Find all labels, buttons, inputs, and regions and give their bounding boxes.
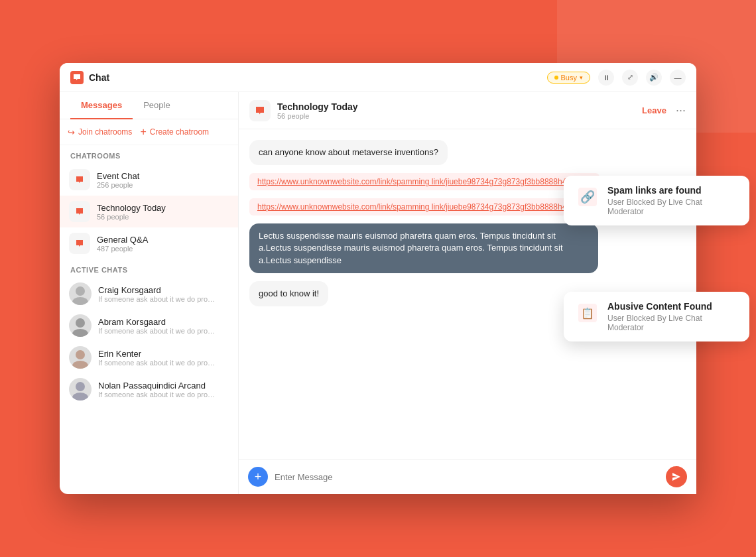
leave-button[interactable]: Leave <box>642 105 666 115</box>
chatroom-item-tech-today[interactable]: Technology Today 56 people <box>60 196 238 227</box>
app-window: Chat Busy ▾ ⏸ ⤢ 🔊 — Messages People ↪ <box>60 63 696 494</box>
user-preview-abram: If someone ask about it we do provide <box>98 327 218 335</box>
chatroom-count-general: 487 people <box>97 245 148 253</box>
join-label: Join chatrooms <box>78 127 132 137</box>
chat-header-left: Technology Today 56 people <box>249 100 358 121</box>
add-attachment-button[interactable]: + <box>248 467 268 487</box>
svg-point-2 <box>76 318 85 328</box>
chatroom-count-tech: 56 people <box>97 213 166 221</box>
chat-room-name: Technology Today <box>277 101 358 112</box>
chatroom-count-event: 256 people <box>97 181 139 189</box>
status-badge[interactable]: Busy ▾ <box>547 72 590 84</box>
tab-people[interactable]: People <box>133 92 180 119</box>
svg-point-1 <box>72 297 88 305</box>
create-label: Create chatroom <box>150 127 209 137</box>
avatar-abram <box>69 314 92 337</box>
sidebar-actions: ↪ Join chatrooms + Create chatroom <box>60 119 238 145</box>
plus-icon: + <box>140 126 146 138</box>
spam-notification-icon: 🔗 <box>576 185 599 209</box>
join-chatrooms-button[interactable]: ↪ Join chatrooms <box>68 127 132 137</box>
title-bar-right: Busy ▾ ⏸ ⤢ 🔊 — <box>547 70 686 86</box>
abusive-notification-icon: 📋 <box>576 301 599 325</box>
chatroom-icon-event <box>69 169 90 190</box>
svg-text:🔗: 🔗 <box>580 190 596 204</box>
expand-button[interactable]: ⤢ <box>622 70 638 86</box>
chat-app-icon <box>70 71 84 84</box>
chatroom-info-tech: Technology Today 56 people <box>97 203 166 221</box>
abusive-notification-title: Abusive Content Found <box>607 301 737 312</box>
user-info-abram: Abram Korsgaard If someone ask about it … <box>98 317 218 335</box>
user-info-craig: Craig Korsgaard If someone ask about it … <box>98 285 218 303</box>
abusive-notification-subtitle: User Blocked By Live Chat Moderator <box>607 314 737 332</box>
chat-room-header-icon <box>249 100 271 121</box>
message-input[interactable] <box>275 472 659 482</box>
user-info-nolan: Nolan Passaquindici Arcand If someone as… <box>98 381 218 399</box>
join-icon: ↪ <box>68 127 75 137</box>
chat-header: Technology Today 56 people Leave ··· <box>239 92 696 129</box>
send-button[interactable] <box>666 466 687 487</box>
app-title: Chat <box>89 72 109 83</box>
pause-button[interactable]: ⏸ <box>598 70 614 86</box>
tab-bar: Messages People <box>60 92 238 119</box>
chatrooms-section-label: Chatrooms <box>60 145 238 164</box>
tab-messages[interactable]: Messages <box>70 92 133 119</box>
active-user-abram[interactable]: Abram Korsgaard If someone ask about it … <box>60 310 238 341</box>
avatar-craig <box>69 282 92 305</box>
user-preview-erin: If someone ask about it we do provide <box>98 359 218 367</box>
spam-notification-title: Spam links are found <box>607 185 737 196</box>
abusive-notification-text: Abusive Content Found User Blocked By Li… <box>607 301 737 332</box>
svg-point-7 <box>72 393 88 401</box>
chatroom-name-event: Event Chat <box>97 171 139 181</box>
message-good: good to know it! <box>249 281 328 306</box>
spam-notification-text: Spam links are found User Blocked By Liv… <box>607 185 737 216</box>
chatroom-info-general: General Q&A 487 people <box>97 235 148 253</box>
chat-header-right: Leave ··· <box>642 103 686 117</box>
svg-point-4 <box>76 350 85 359</box>
chatroom-info-event: Event Chat 256 people <box>97 171 139 189</box>
active-user-craig[interactable]: Craig Korsgaard If someone ask about it … <box>60 278 238 310</box>
minimize-button[interactable]: — <box>670 70 686 86</box>
chatroom-name-general: General Q&A <box>97 235 148 245</box>
title-bar-left: Chat <box>70 71 109 84</box>
active-user-erin[interactable]: Erin Kenter If someone ask about it we d… <box>60 341 238 373</box>
svg-text:📋: 📋 <box>581 307 594 320</box>
status-dot <box>554 76 558 80</box>
message-dark: Lectus suspendisse mauris euismod pharet… <box>249 223 598 273</box>
volume-button[interactable]: 🔊 <box>646 70 662 86</box>
spam-link-2: https://www.unknownwebsite.com/link/spam… <box>249 198 599 216</box>
active-user-nolan[interactable]: Nolan Passaquindici Arcand If someone as… <box>60 373 238 405</box>
svg-point-6 <box>76 382 85 391</box>
message-1: can anyone know about metaverse inventio… <box>249 140 448 165</box>
chatroom-icon-tech <box>69 201 90 222</box>
chatroom-icon-general <box>69 233 90 254</box>
user-name-nolan: Nolan Passaquindici Arcand <box>98 381 218 391</box>
active-chats-section-label: Active Chats <box>60 259 238 278</box>
svg-point-3 <box>72 329 88 337</box>
svg-point-5 <box>72 361 88 369</box>
user-preview-craig: If someone ask about it we do provide <box>98 295 218 303</box>
status-chevron: ▾ <box>580 74 583 81</box>
chatroom-item-event-chat[interactable]: Event Chat 256 people <box>60 164 238 196</box>
spam-link-1: https://www.unknownwebsite.com/link/spam… <box>249 173 599 190</box>
chatroom-name-tech: Technology Today <box>97 203 166 213</box>
user-preview-nolan: If someone ask about it we do provide <box>98 391 218 399</box>
user-info-erin: Erin Kenter If someone ask about it we d… <box>98 349 218 367</box>
notification-spam: 🔗 Spam links are found User Blocked By L… <box>564 176 749 225</box>
more-options-button[interactable]: ··· <box>676 103 686 117</box>
notification-abusive: 📋 Abusive Content Found User Blocked By … <box>564 292 749 341</box>
title-bar: Chat Busy ▾ ⏸ ⤢ 🔊 — <box>60 63 696 92</box>
sidebar: Messages People ↪ Join chatrooms + Creat… <box>60 92 239 494</box>
chatroom-item-general-qa[interactable]: General Q&A 487 people <box>60 227 238 259</box>
chat-room-count: 56 people <box>277 112 358 120</box>
avatar-nolan <box>69 378 92 401</box>
svg-point-0 <box>76 286 85 296</box>
status-text: Busy <box>561 74 577 82</box>
chat-input-area: + <box>239 459 696 494</box>
create-chatroom-button[interactable]: + Create chatroom <box>140 126 209 138</box>
spam-notification-subtitle: User Blocked By Live Chat Moderator <box>607 198 737 216</box>
user-name-craig: Craig Korsgaard <box>98 285 218 295</box>
chat-room-header-info: Technology Today 56 people <box>277 101 358 120</box>
avatar-erin <box>69 346 92 369</box>
user-name-erin: Erin Kenter <box>98 349 218 359</box>
user-name-abram: Abram Korsgaard <box>98 317 218 327</box>
